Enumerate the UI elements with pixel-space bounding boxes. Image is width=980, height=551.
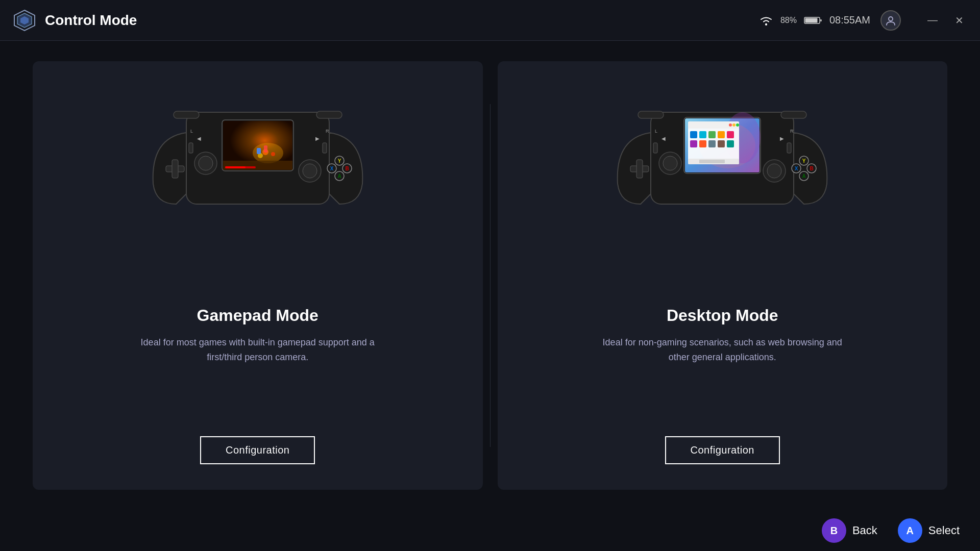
desktop-device-illustration: Y B X A ◀ ▶ R L [590, 82, 855, 235]
desktop-device-svg: Y B X A ◀ ▶ R L [590, 82, 855, 235]
svg-text:A: A [802, 173, 806, 179]
svg-text:X: X [330, 166, 333, 171]
svg-point-73 [767, 164, 781, 178]
gamepad-mode-info: Gamepad Mode Ideal for most games with b… [135, 235, 380, 436]
battery-icon [804, 16, 822, 25]
desktop-mode-card: Y B X A ◀ ▶ R L [498, 61, 948, 490]
svg-rect-60 [727, 131, 734, 138]
svg-text:R: R [790, 129, 794, 134]
svg-text:B: B [345, 166, 349, 171]
svg-point-3 [765, 23, 767, 26]
svg-point-22 [199, 156, 213, 170]
svg-text:▶: ▶ [315, 136, 320, 141]
svg-rect-59 [718, 131, 725, 138]
user-button[interactable] [880, 10, 901, 31]
battery-percent: 88% [780, 16, 797, 25]
svg-rect-84 [653, 143, 657, 153]
gamepad-device-svg: Y B X A ◀ ▶ [125, 82, 390, 235]
svg-text:▶: ▶ [780, 136, 784, 141]
svg-rect-65 [727, 140, 734, 147]
svg-point-53 [729, 123, 732, 127]
title-bar: Control Mode 88% 08:55AM [0, 0, 980, 41]
svg-rect-20 [225, 166, 246, 168]
svg-text:B: B [810, 166, 814, 171]
svg-rect-18 [223, 161, 292, 170]
gamepad-mode-desc: Ideal for most games with built-in gamep… [135, 335, 380, 365]
svg-point-55 [736, 123, 739, 127]
svg-point-69 [663, 156, 677, 170]
svg-text:L: L [190, 129, 193, 134]
svg-text:L: L [655, 129, 657, 134]
desktop-mode-title: Desktop Mode [667, 306, 778, 325]
svg-text:◀: ◀ [662, 136, 666, 141]
svg-text:Y: Y [802, 158, 806, 164]
desktop-mode-desc: Ideal for non-gaming scenarios, such as … [600, 335, 845, 365]
svg-rect-82 [638, 111, 664, 118]
user-icon [885, 15, 896, 26]
select-badge: A [898, 518, 922, 543]
back-label: Back [852, 524, 877, 537]
svg-rect-6 [820, 19, 822, 21]
svg-rect-16 [257, 148, 261, 154]
close-button[interactable]: ✕ [951, 12, 968, 29]
svg-rect-36 [316, 111, 342, 118]
page-title: Control Mode [45, 12, 137, 29]
svg-rect-71 [636, 160, 643, 178]
gamepad-mode-card: Y B X A ◀ ▶ [33, 61, 483, 490]
select-action[interactable]: A Select [898, 518, 960, 543]
svg-text:R: R [326, 129, 329, 134]
status-items: 88% 08:55AM [759, 14, 870, 26]
svg-rect-58 [708, 131, 716, 138]
svg-rect-67 [699, 160, 725, 163]
svg-point-7 [889, 17, 893, 21]
bottom-action-bar: B Back A Select [0, 510, 980, 551]
wifi-icon [759, 15, 773, 26]
time-display: 08:55AM [829, 14, 870, 26]
svg-rect-63 [708, 140, 716, 147]
svg-rect-64 [718, 140, 725, 147]
window-controls: — ✕ [923, 12, 968, 29]
gamepad-device-illustration: Y B X A ◀ ▶ [125, 82, 390, 235]
svg-rect-83 [781, 111, 806, 118]
svg-rect-85 [787, 143, 791, 153]
back-action[interactable]: B Back [822, 518, 877, 543]
svg-rect-57 [699, 131, 706, 138]
main-content: Y B X A ◀ ▶ [0, 41, 980, 510]
select-label: Select [928, 524, 960, 537]
svg-point-14 [271, 152, 275, 156]
title-left: Control Mode [12, 8, 137, 33]
app-logo-icon [12, 8, 37, 33]
svg-rect-37 [189, 143, 193, 153]
desktop-config-button[interactable]: Configuration [665, 436, 780, 464]
title-right: 88% 08:55AM — ✕ [759, 10, 968, 31]
svg-text:◀: ◀ [197, 136, 201, 141]
minimize-button[interactable]: — [923, 12, 942, 28]
desktop-mode-info: Desktop Mode Ideal for non-gaming scenar… [600, 235, 845, 436]
svg-rect-24 [172, 160, 178, 178]
svg-text:A: A [337, 173, 341, 179]
svg-rect-35 [174, 111, 199, 118]
svg-rect-56 [690, 131, 697, 138]
gamepad-config-button[interactable]: Configuration [200, 436, 315, 464]
svg-text:X: X [795, 166, 798, 171]
mode-separator [490, 104, 491, 447]
svg-rect-38 [323, 143, 327, 153]
svg-rect-17 [264, 145, 267, 153]
svg-rect-5 [805, 18, 817, 22]
svg-rect-62 [699, 140, 706, 147]
svg-point-26 [303, 164, 317, 178]
back-badge: B [822, 518, 846, 543]
svg-point-54 [732, 123, 736, 127]
svg-rect-61 [690, 140, 697, 147]
gamepad-mode-title: Gamepad Mode [197, 306, 318, 325]
svg-text:Y: Y [337, 158, 341, 164]
